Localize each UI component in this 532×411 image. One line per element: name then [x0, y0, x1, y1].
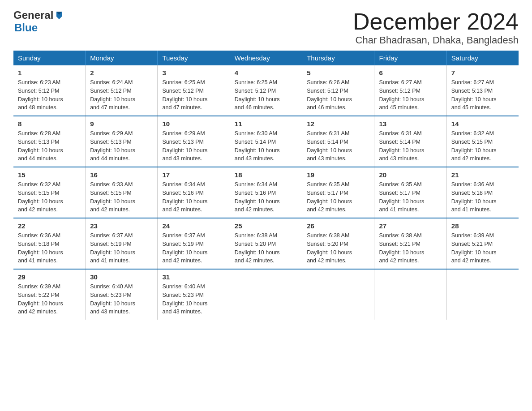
calendar-day-cell: 26 Sunrise: 6:38 AM Sunset: 5:20 PM Dayl… [302, 218, 374, 269]
day-info: Sunrise: 6:23 AM Sunset: 5:12 PM Dayligh… [18, 78, 81, 112]
day-number: 19 [307, 171, 369, 179]
calendar-day-cell [446, 269, 519, 320]
day-number: 18 [235, 171, 297, 179]
calendar-day-cell: 5 Sunrise: 6:26 AM Sunset: 5:12 PM Dayli… [302, 65, 374, 116]
day-info: Sunrise: 6:25 AM Sunset: 5:12 PM Dayligh… [235, 78, 297, 112]
day-info: Sunrise: 6:28 AM Sunset: 5:13 PM Dayligh… [18, 129, 81, 163]
day-info: Sunrise: 6:38 AM Sunset: 5:21 PM Dayligh… [379, 231, 442, 265]
col-sunday: Sunday [13, 51, 86, 65]
day-info: Sunrise: 6:26 AM Sunset: 5:12 PM Dayligh… [307, 78, 369, 112]
col-saturday: Saturday [446, 51, 519, 65]
day-number: 21 [451, 171, 514, 179]
day-info: Sunrise: 6:30 AM Sunset: 5:14 PM Dayligh… [235, 129, 297, 163]
day-number: 6 [379, 69, 442, 77]
calendar-week-row: 15 Sunrise: 6:32 AM Sunset: 5:15 PM Dayl… [13, 167, 519, 218]
day-number: 11 [235, 120, 297, 128]
calendar-header-row: Sunday Monday Tuesday Wednesday Thursday… [13, 51, 519, 65]
calendar-day-cell: 2 Sunrise: 6:24 AM Sunset: 5:12 PM Dayli… [86, 65, 158, 116]
calendar-day-cell: 19 Sunrise: 6:35 AM Sunset: 5:17 PM Dayl… [302, 167, 374, 218]
day-number: 15 [18, 171, 81, 179]
day-number: 8 [18, 120, 81, 128]
day-number: 20 [379, 171, 442, 179]
calendar-day-cell: 6 Sunrise: 6:27 AM Sunset: 5:12 PM Dayli… [374, 65, 446, 116]
col-friday: Friday [374, 51, 446, 65]
day-info: Sunrise: 6:39 AM Sunset: 5:21 PM Dayligh… [451, 231, 514, 265]
day-info: Sunrise: 6:27 AM Sunset: 5:12 PM Dayligh… [379, 78, 442, 112]
calendar-day-cell: 4 Sunrise: 6:25 AM Sunset: 5:12 PM Dayli… [230, 65, 302, 116]
day-info: Sunrise: 6:37 AM Sunset: 5:19 PM Dayligh… [90, 231, 153, 265]
calendar-day-cell: 18 Sunrise: 6:34 AM Sunset: 5:16 PM Dayl… [230, 167, 302, 218]
day-info: Sunrise: 6:36 AM Sunset: 5:18 PM Dayligh… [451, 180, 514, 214]
day-number: 24 [162, 222, 225, 230]
month-title: December 2024 [353, 9, 519, 34]
calendar-day-cell [374, 269, 446, 320]
day-number: 1 [18, 69, 81, 77]
calendar-day-cell: 25 Sunrise: 6:38 AM Sunset: 5:20 PM Dayl… [230, 218, 302, 269]
day-info: Sunrise: 6:32 AM Sunset: 5:15 PM Dayligh… [451, 129, 514, 163]
calendar-day-cell: 1 Sunrise: 6:23 AM Sunset: 5:12 PM Dayli… [13, 65, 86, 116]
logo-arrow-icon [54, 10, 64, 20]
calendar-week-row: 8 Sunrise: 6:28 AM Sunset: 5:13 PM Dayli… [13, 116, 519, 167]
day-number: 26 [307, 222, 369, 230]
day-number: 5 [307, 69, 369, 77]
day-number: 16 [90, 171, 153, 179]
day-info: Sunrise: 6:36 AM Sunset: 5:18 PM Dayligh… [18, 231, 81, 265]
calendar-day-cell: 21 Sunrise: 6:36 AM Sunset: 5:18 PM Dayl… [446, 167, 519, 218]
logo: General Blue [13, 9, 64, 34]
col-tuesday: Tuesday [158, 51, 230, 65]
calendar-day-cell: 29 Sunrise: 6:39 AM Sunset: 5:22 PM Dayl… [13, 269, 86, 320]
logo-blue-text: Blue [14, 21, 64, 34]
day-number: 14 [451, 120, 514, 128]
day-info: Sunrise: 6:31 AM Sunset: 5:14 PM Dayligh… [379, 129, 442, 163]
day-number: 30 [90, 273, 153, 281]
calendar-day-cell: 14 Sunrise: 6:32 AM Sunset: 5:15 PM Dayl… [446, 116, 519, 167]
day-info: Sunrise: 6:38 AM Sunset: 5:20 PM Dayligh… [235, 231, 297, 265]
calendar-day-cell: 8 Sunrise: 6:28 AM Sunset: 5:13 PM Dayli… [13, 116, 86, 167]
day-number: 4 [235, 69, 297, 77]
calendar-day-cell: 31 Sunrise: 6:40 AM Sunset: 5:23 PM Dayl… [158, 269, 230, 320]
calendar-day-cell: 13 Sunrise: 6:31 AM Sunset: 5:14 PM Dayl… [374, 116, 446, 167]
day-info: Sunrise: 6:25 AM Sunset: 5:12 PM Dayligh… [162, 78, 225, 112]
day-info: Sunrise: 6:40 AM Sunset: 5:23 PM Dayligh… [90, 283, 153, 316]
day-info: Sunrise: 6:34 AM Sunset: 5:16 PM Dayligh… [162, 180, 225, 214]
day-info: Sunrise: 6:29 AM Sunset: 5:13 PM Dayligh… [162, 129, 225, 163]
day-number: 3 [162, 69, 225, 77]
calendar-day-cell [230, 269, 302, 320]
calendar-day-cell: 23 Sunrise: 6:37 AM Sunset: 5:19 PM Dayl… [86, 218, 158, 269]
calendar-day-cell [302, 269, 374, 320]
day-number: 13 [379, 120, 442, 128]
day-info: Sunrise: 6:24 AM Sunset: 5:12 PM Dayligh… [90, 78, 153, 112]
day-info: Sunrise: 6:35 AM Sunset: 5:17 PM Dayligh… [379, 180, 442, 214]
day-number: 27 [379, 222, 442, 230]
page-header: General Blue December 2024 Char Bhadrasa… [13, 9, 519, 46]
day-number: 22 [18, 222, 81, 230]
day-number: 29 [18, 273, 81, 281]
calendar-day-cell: 15 Sunrise: 6:32 AM Sunset: 5:15 PM Dayl… [13, 167, 86, 218]
calendar-day-cell: 27 Sunrise: 6:38 AM Sunset: 5:21 PM Dayl… [374, 218, 446, 269]
calendar-day-cell: 16 Sunrise: 6:33 AM Sunset: 5:15 PM Dayl… [86, 167, 158, 218]
calendar-day-cell: 24 Sunrise: 6:37 AM Sunset: 5:19 PM Dayl… [158, 218, 230, 269]
logo-general-text: General [13, 9, 53, 21]
calendar-table: Sunday Monday Tuesday Wednesday Thursday… [13, 51, 519, 320]
calendar-week-row: 1 Sunrise: 6:23 AM Sunset: 5:12 PM Dayli… [13, 65, 519, 116]
calendar-day-cell: 28 Sunrise: 6:39 AM Sunset: 5:21 PM Dayl… [446, 218, 519, 269]
calendar-day-cell: 10 Sunrise: 6:29 AM Sunset: 5:13 PM Dayl… [158, 116, 230, 167]
day-info: Sunrise: 6:39 AM Sunset: 5:22 PM Dayligh… [18, 283, 81, 316]
calendar-day-cell: 17 Sunrise: 6:34 AM Sunset: 5:16 PM Dayl… [158, 167, 230, 218]
day-info: Sunrise: 6:32 AM Sunset: 5:15 PM Dayligh… [18, 180, 81, 214]
calendar-day-cell: 9 Sunrise: 6:29 AM Sunset: 5:13 PM Dayli… [86, 116, 158, 167]
day-number: 2 [90, 69, 153, 77]
day-info: Sunrise: 6:38 AM Sunset: 5:20 PM Dayligh… [307, 231, 369, 265]
day-number: 9 [90, 120, 153, 128]
calendar-week-row: 22 Sunrise: 6:36 AM Sunset: 5:18 PM Dayl… [13, 218, 519, 269]
day-number: 7 [451, 69, 514, 77]
col-thursday: Thursday [302, 51, 374, 65]
calendar-week-row: 29 Sunrise: 6:39 AM Sunset: 5:22 PM Dayl… [13, 269, 519, 320]
day-info: Sunrise: 6:34 AM Sunset: 5:16 PM Dayligh… [235, 180, 297, 214]
day-number: 23 [90, 222, 153, 230]
calendar-day-cell: 12 Sunrise: 6:31 AM Sunset: 5:14 PM Dayl… [302, 116, 374, 167]
day-info: Sunrise: 6:33 AM Sunset: 5:15 PM Dayligh… [90, 180, 153, 214]
day-info: Sunrise: 6:35 AM Sunset: 5:17 PM Dayligh… [307, 180, 369, 214]
calendar-day-cell: 30 Sunrise: 6:40 AM Sunset: 5:23 PM Dayl… [86, 269, 158, 320]
day-info: Sunrise: 6:27 AM Sunset: 5:13 PM Dayligh… [451, 78, 514, 112]
